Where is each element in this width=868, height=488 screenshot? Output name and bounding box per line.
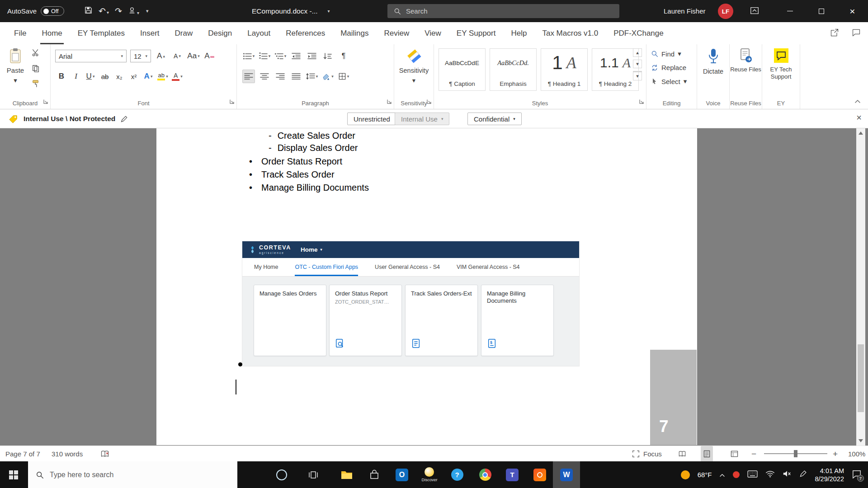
redo-icon[interactable]: ↷ <box>115 7 122 15</box>
customize-qat-icon[interactable]: ▾ <box>146 8 149 14</box>
taskbar-search[interactable] <box>28 461 237 488</box>
shrink-font-button[interactable]: A▾ <box>171 49 184 63</box>
doc-text[interactable]: Display Sales Order <box>278 142 358 153</box>
web-layout-icon[interactable] <box>728 446 741 462</box>
undo-button[interactable]: ↶▾ <box>99 7 109 16</box>
user-avatar[interactable]: LF <box>718 4 733 19</box>
vertical-scrollbar[interactable] <box>856 128 865 446</box>
doc-text[interactable]: Create Sales Order <box>278 130 355 141</box>
start-button[interactable] <box>0 461 27 488</box>
undo-caret-icon[interactable]: ▾ <box>107 10 109 15</box>
zoom-in-button[interactable]: + <box>833 446 838 462</box>
tab-review[interactable]: Review <box>377 22 417 44</box>
cortana-button[interactable] <box>268 461 295 488</box>
styles-more-icon[interactable]: ▾ <box>633 71 642 80</box>
bullets-caret-icon[interactable]: ▾ <box>253 54 255 58</box>
font-name-caret-icon[interactable]: ▾ <box>121 54 123 58</box>
multilevel-list-icon[interactable]: ▾ <box>274 49 287 63</box>
doc-line[interactable]: • Order Status Report <box>249 156 342 167</box>
shading-icon[interactable]: ▾ <box>321 70 334 83</box>
replace-button[interactable]: Replace <box>651 64 687 71</box>
discover-button[interactable]: Discover <box>416 461 443 488</box>
font-color-caret-icon[interactable]: ▾ <box>180 74 183 79</box>
borders-icon[interactable]: ▾ <box>337 70 350 83</box>
infobar-close-icon[interactable]: × <box>856 113 862 122</box>
close-button[interactable]: × <box>837 0 868 22</box>
photos-button[interactable] <box>526 461 553 488</box>
search-bar[interactable] <box>387 4 619 18</box>
autosave-control[interactable]: AutoSave Off <box>7 0 64 22</box>
highlight-caret-icon[interactable]: ▾ <box>166 74 168 79</box>
autosave-toggle[interactable]: Off <box>41 6 64 16</box>
subscript-button[interactable]: x₂ <box>113 70 126 83</box>
ey-tech-support-button[interactable]: EY Tech Support <box>762 48 800 81</box>
pen-icon[interactable] <box>799 470 807 479</box>
tab-help[interactable]: Help <box>503 22 534 44</box>
touch-keyboard-icon[interactable] <box>747 470 758 479</box>
title-caret-icon[interactable]: ▾ <box>328 9 330 14</box>
align-right-icon[interactable] <box>274 70 287 83</box>
word-count[interactable]: 310 words <box>52 446 83 462</box>
reuse-files-button[interactable]: Reuse Files <box>730 48 762 73</box>
chrome-button[interactable] <box>472 461 499 488</box>
zoom-slider[interactable] <box>764 453 827 454</box>
tab-pdf-xchange[interactable]: PDF-XChange <box>606 22 671 44</box>
doc-line[interactable]: • Track Sales Order <box>249 169 335 180</box>
zoom-slider-thumb[interactable] <box>794 450 797 457</box>
internal-use-button[interactable]: Internal Use ▾ <box>395 113 449 125</box>
text-effects-button[interactable]: A▾ <box>142 70 155 83</box>
action-center-button[interactable]: 7 <box>852 469 862 480</box>
bold-button[interactable]: B <box>55 70 68 83</box>
font-size-caret-icon[interactable]: ▾ <box>145 54 147 58</box>
share-icon[interactable] <box>830 28 839 39</box>
cut-icon[interactable] <box>32 49 40 59</box>
text-effects-caret-icon[interactable]: ▾ <box>151 74 153 79</box>
teams-button[interactable]: T <box>499 461 526 488</box>
tab-home[interactable]: Home <box>34 22 70 44</box>
align-center-icon[interactable] <box>258 70 271 83</box>
bullets-icon[interactable]: ▾ <box>242 49 255 63</box>
copy-icon[interactable] <box>32 64 40 74</box>
clear-formatting-button[interactable]: A <box>203 49 216 63</box>
highlight-button[interactable]: ab▾ <box>156 70 169 83</box>
tab-references[interactable]: References <box>278 22 333 44</box>
edit-classification-icon[interactable] <box>120 115 128 123</box>
scroll-down-icon[interactable] <box>859 439 863 442</box>
increase-indent-icon[interactable] <box>306 49 318 63</box>
multilevel-caret-icon[interactable]: ▾ <box>284 54 287 58</box>
italic-button[interactable]: I <box>70 70 82 83</box>
tab-tax-macros[interactable]: Tax Macros v1.0 <box>534 22 606 44</box>
font-color-button[interactable]: A▾ <box>171 70 184 83</box>
weather-sun-icon[interactable] <box>681 470 690 479</box>
scroll-up-icon[interactable] <box>859 131 863 135</box>
wifi-icon[interactable] <box>765 470 775 479</box>
line-spacing-caret-icon[interactable]: ▾ <box>316 74 318 79</box>
doc-line[interactable]: - Create Sales Order <box>269 130 355 141</box>
style-heading1[interactable]: 1A ¶ Heading 1 <box>541 48 588 91</box>
show-paragraph-marks-icon[interactable]: ¶ <box>337 49 350 63</box>
temperature[interactable]: 68°F <box>698 471 712 479</box>
select-caret-icon[interactable]: ▾ <box>684 77 687 85</box>
find-button[interactable]: Find ▾ <box>651 50 687 58</box>
save-icon[interactable] <box>84 6 93 16</box>
get-help-button[interactable]: ? <box>443 461 471 488</box>
change-case-button[interactable]: Aa▾ <box>187 49 200 63</box>
tray-red-status-icon[interactable] <box>733 471 740 478</box>
numbering-icon[interactable]: ▾ <box>258 49 271 63</box>
superscript-button[interactable]: x² <box>127 70 140 83</box>
read-mode-icon[interactable] <box>675 446 689 462</box>
styles-scroll-up-icon[interactable]: ▴ <box>633 48 642 57</box>
tab-ey-templates[interactable]: EY Templates <box>70 22 132 44</box>
unrestricted-button[interactable]: Unrestricted <box>347 113 396 125</box>
line-spacing-icon[interactable]: ▾ <box>306 70 318 83</box>
find-caret-icon[interactable]: ▾ <box>678 50 681 58</box>
proofing-status-icon[interactable] <box>100 446 109 462</box>
paste-button[interactable]: Paste ▾ <box>4 48 27 84</box>
print-layout-icon[interactable] <box>701 446 713 462</box>
zoom-level[interactable]: 100% <box>848 446 865 462</box>
font-name-combo[interactable]: Arial ▾ <box>55 50 127 62</box>
select-button[interactable]: Select ▾ <box>651 77 687 85</box>
collapse-ribbon-icon[interactable] <box>854 97 861 105</box>
outlook-button[interactable]: O <box>388 461 415 488</box>
tray-overflow-chevron-icon[interactable] <box>719 471 725 479</box>
